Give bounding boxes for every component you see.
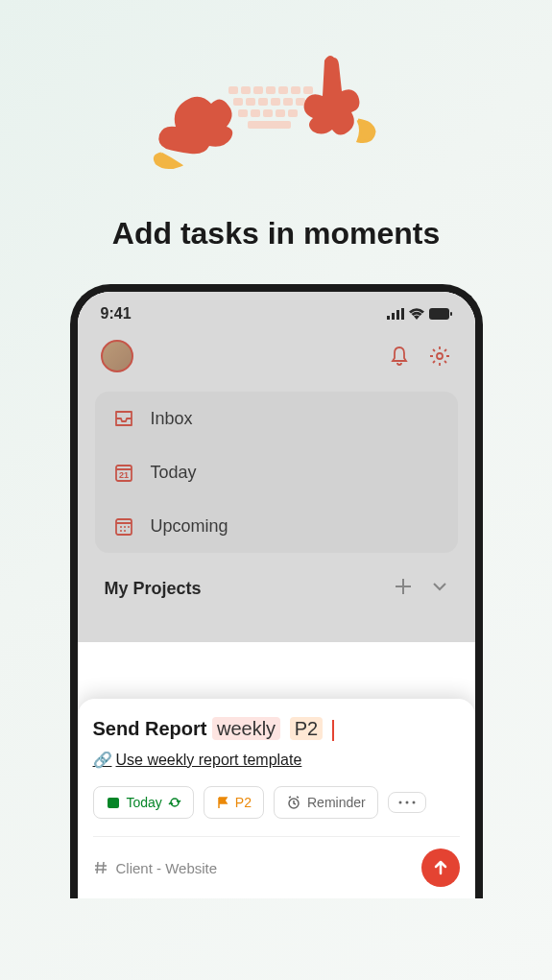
dots-icon	[398, 801, 416, 804]
task-text: Send Report	[93, 718, 207, 739]
hash-icon	[93, 860, 108, 875]
svg-rect-21	[396, 310, 399, 320]
battery-icon	[429, 308, 452, 320]
link-text: Use weekly report template	[116, 752, 302, 769]
project-name: Client - Website	[116, 860, 218, 876]
hero-headline: Add tasks in moments	[0, 216, 552, 251]
svg-point-40	[398, 801, 401, 804]
svg-rect-3	[266, 86, 276, 94]
svg-rect-19	[387, 316, 390, 320]
svg-rect-23	[429, 308, 449, 320]
flag-icon	[216, 796, 229, 809]
nav-list: Inbox 21 Today Upcoming	[95, 392, 458, 553]
nav-item-label: Today	[151, 463, 197, 483]
svg-point-42	[412, 801, 415, 804]
status-bar: 9:41	[78, 292, 475, 330]
svg-point-32	[124, 526, 126, 528]
section-title: My Projects	[105, 579, 202, 599]
collapse-projects-button[interactable]	[431, 578, 448, 599]
right-hand-icon	[286, 53, 392, 168]
add-project-button[interactable]	[393, 576, 414, 601]
nav-item-label: Upcoming	[151, 516, 228, 537]
svg-rect-22	[401, 308, 404, 320]
bell-icon	[388, 345, 411, 368]
notifications-button[interactable]	[387, 344, 412, 369]
reminder-chip[interactable]: Reminder	[274, 786, 378, 819]
nav-today[interactable]: 21 Today	[95, 445, 458, 499]
svg-rect-38	[108, 798, 119, 808]
more-options-button[interactable]	[388, 792, 426, 813]
svg-rect-20	[392, 313, 395, 320]
arrow-up-icon	[431, 858, 450, 877]
recurring-icon	[168, 796, 181, 809]
wifi-icon	[409, 308, 424, 320]
svg-rect-16	[276, 109, 285, 117]
task-name-input[interactable]: Send Report weekly P2	[93, 718, 460, 741]
svg-text:21: 21	[118, 470, 128, 480]
cellular-icon	[387, 308, 404, 320]
date-chip[interactable]: Today	[93, 786, 194, 819]
calendar-upcoming-icon	[112, 514, 135, 538]
gear-icon	[428, 345, 451, 368]
submit-button[interactable]	[421, 849, 460, 887]
svg-rect-24	[450, 312, 452, 316]
svg-point-35	[124, 530, 126, 532]
svg-rect-9	[258, 98, 268, 106]
svg-point-31	[120, 526, 122, 528]
avatar[interactable]	[101, 340, 133, 372]
svg-point-41	[405, 801, 408, 804]
nav-item-label: Inbox	[151, 409, 193, 429]
calendar-icon	[106, 795, 121, 810]
svg-rect-15	[263, 109, 273, 117]
svg-rect-10	[271, 98, 280, 106]
projects-header: My Projects	[78, 553, 475, 610]
settings-button[interactable]	[427, 344, 452, 369]
link-icon: 🔗	[93, 751, 112, 769]
text-cursor	[332, 720, 334, 741]
phone-frame: 9:41 Inbox	[70, 284, 483, 898]
svg-point-33	[128, 526, 130, 528]
inbox-icon	[112, 407, 135, 430]
template-link[interactable]: 🔗 Use weekly report template	[93, 751, 460, 769]
nav-inbox[interactable]: Inbox	[95, 392, 458, 445]
svg-point-25	[437, 353, 443, 359]
alarm-icon	[286, 795, 301, 810]
calendar-today-icon: 21	[112, 461, 135, 484]
compose-sheet: Send Report weekly P2 🔗 Use weekly repor…	[78, 699, 475, 898]
left-hand-icon	[152, 77, 257, 173]
status-time: 9:41	[101, 305, 132, 323]
svg-point-34	[120, 530, 122, 532]
chip-row: Today P2 Reminder	[93, 786, 460, 819]
priority-tag: P2	[290, 717, 323, 740]
nav-upcoming[interactable]: Upcoming	[95, 499, 458, 553]
priority-chip[interactable]: P2	[204, 786, 264, 819]
compose-footer: Client - Website	[93, 836, 460, 887]
plus-icon	[393, 576, 414, 597]
chevron-down-icon	[431, 578, 448, 595]
project-selector[interactable]: Client - Website	[93, 860, 218, 876]
hands-illustration	[142, 48, 411, 182]
recurrence-tag: weekly	[212, 717, 280, 740]
topbar	[78, 330, 475, 392]
